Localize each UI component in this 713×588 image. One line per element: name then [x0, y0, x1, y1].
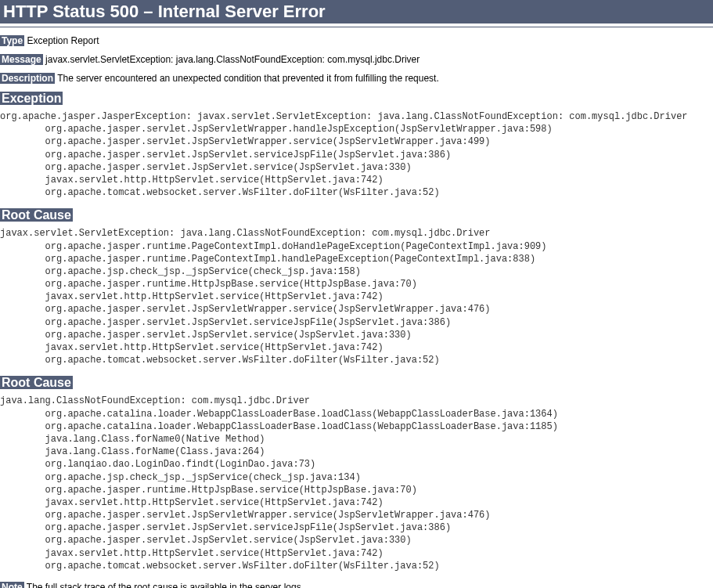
root-cause-trace-1: javax.servlet.ServletException: java.lan…: [0, 227, 713, 366]
exception-trace: org.apache.jasper.JasperException: javax…: [0, 110, 713, 199]
page-title: HTTP Status 500 – Internal Server Error: [0, 0, 713, 23]
type-value: Exception Report: [27, 35, 99, 46]
description-label: Description: [0, 73, 55, 84]
divider: [0, 27, 713, 27]
type-line: Type Exception Report: [0, 35, 713, 46]
exception-label: Exception: [0, 92, 63, 105]
note-line: Note The full stack trace of the root ca…: [0, 582, 713, 588]
message-value: javax.servlet.ServletException: java.lan…: [45, 54, 420, 65]
root-cause-trace-2: java.lang.ClassNotFoundException: com.my…: [0, 395, 713, 572]
description-value: The server encountered an unexpected con…: [57, 73, 439, 84]
message-line: Message javax.servlet.ServletException: …: [0, 54, 713, 65]
root-cause-label-2: Root Cause: [0, 376, 73, 389]
note-value: The full stack trace of the root cause i…: [27, 582, 304, 588]
description-line: Description The server encountered an un…: [0, 73, 713, 84]
note-label: Note: [0, 582, 24, 588]
message-label: Message: [0, 54, 43, 65]
root-cause-label-1: Root Cause: [0, 208, 73, 222]
type-label: Type: [0, 35, 24, 46]
